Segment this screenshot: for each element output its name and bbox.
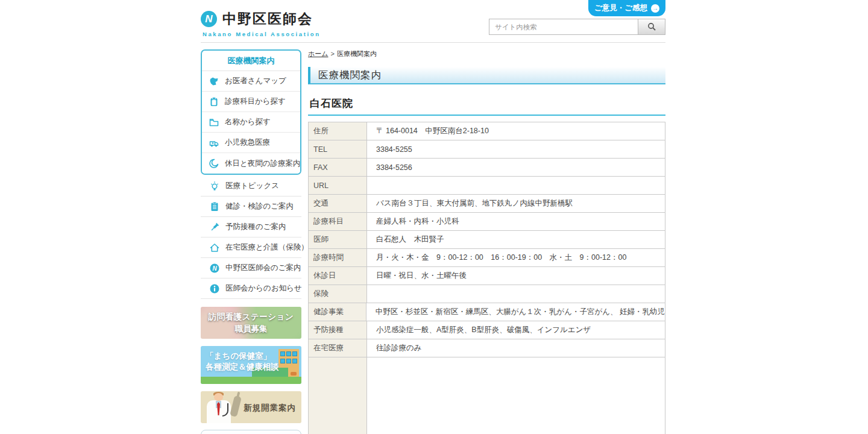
table-row-fax: FAX 3384-5256 bbox=[309, 159, 665, 177]
banner-text: 訪問看護ステーション bbox=[209, 312, 294, 322]
sidebar-item-label: 健診・検診のご案内 bbox=[225, 201, 294, 212]
table-row-address: 住所 〒 164-0014 中野区南台2-18-10 bbox=[309, 122, 665, 140]
breadcrumb: ホーム>医療機関案内 bbox=[308, 49, 665, 58]
map-icon bbox=[208, 76, 220, 87]
sidebar-item-association-guide[interactable]: N 中野区医師会のご案内 bbox=[201, 258, 301, 278]
clipboard-icon bbox=[208, 96, 220, 107]
feedback-button-label: ご意見・ご感想 bbox=[594, 3, 647, 13]
banner-text: 各種測定＆健康相談 bbox=[206, 362, 279, 373]
ambulance-icon bbox=[208, 137, 220, 148]
banner-new-opening-guide[interactable]: 新規開業案内 bbox=[201, 391, 301, 423]
search-input[interactable] bbox=[489, 19, 638, 34]
document-icon bbox=[209, 201, 221, 212]
n-circle-icon: N bbox=[209, 263, 221, 274]
sidebar-item-home-care[interactable]: 在宅医療と介護（保険） bbox=[201, 237, 301, 258]
content-wrapper: N 中野区医師会 Nakano Medical Association ご意見・… bbox=[201, 0, 665, 434]
sidebar-item-medical-topics[interactable]: 医療トピックス bbox=[201, 176, 301, 197]
arrow-circle-right-icon: → bbox=[651, 4, 659, 13]
site-logo[interactable]: N 中野区医師会 Nakano Medical Association bbox=[201, 10, 321, 37]
sidebar-item-label: 医師会からのお知らせ bbox=[225, 283, 302, 294]
table-row-closed-days: 休診日 日曜・祝日、水・土曜午後 bbox=[309, 267, 665, 285]
svg-text:N: N bbox=[212, 265, 217, 271]
sidebar-item-label: 中野区医師会のご案内 bbox=[225, 263, 301, 273]
page: N 中野区医師会 Nakano Medical Association ご意見・… bbox=[0, 0, 868, 434]
info-icon bbox=[209, 283, 221, 294]
clinic-name-underline bbox=[308, 115, 665, 116]
clinic-name: 白石医院 bbox=[308, 96, 665, 110]
table-row-empty bbox=[309, 357, 665, 434]
sidebar-item-pediatric-emergency[interactable]: 小児救急医療 bbox=[202, 133, 300, 153]
table-row-departments: 診療科目 産婦人科・内科・小児科 bbox=[309, 213, 665, 231]
main-content: ホーム>医療機関案内 医療機関案内 白石医院 住所 〒 164-0014 中野区… bbox=[308, 49, 665, 434]
sidebar-item-label: 名称から探す bbox=[225, 117, 271, 127]
lightbulb-icon bbox=[209, 181, 221, 192]
sidebar-item-label: 医療トピックス bbox=[225, 181, 279, 191]
n-circle-icon: N bbox=[201, 11, 217, 27]
sidebar-item-label: 在宅医療と介護（保険） bbox=[225, 242, 309, 253]
site-subtitle: Nakano Medical Association bbox=[203, 31, 321, 37]
sidebar-item-association-news[interactable]: 医師会からのお知らせ bbox=[201, 278, 301, 299]
sidebar-item-label: 予防接種のご案内 bbox=[225, 222, 286, 232]
sidebar-item-label: お医者さんマップ bbox=[225, 76, 286, 86]
sidebar-item-holiday-night-care[interactable]: 休日と夜間の診療案内 bbox=[202, 153, 300, 174]
banner-visiting-nurse-recruit[interactable]: 訪問看護ステーション 職員募集 bbox=[201, 307, 301, 339]
banner-text: 職員募集 bbox=[235, 324, 268, 335]
header-divider bbox=[201, 42, 665, 43]
sidebar-item-doctor-map[interactable]: お医者さんマップ bbox=[202, 71, 300, 92]
grass-illustration bbox=[201, 377, 301, 384]
table-row-url: URL bbox=[309, 177, 665, 195]
banner-text: 新規開業案内 bbox=[244, 403, 296, 414]
table-row-hours: 診療時間 月・火・木・金 9：00-12：00 16：00-19：00 水・土 … bbox=[309, 249, 665, 267]
table-row-checkup-programs: 健診事業 中野区・杉並区・新宿区・練馬区、大腸がん１次・乳がん・子宮がん、 妊婦… bbox=[309, 303, 665, 321]
breadcrumb-current: 医療機関案内 bbox=[337, 50, 377, 57]
site-search bbox=[489, 19, 665, 35]
banner-text: 「まちの保健室」 bbox=[206, 351, 279, 362]
feedback-button[interactable]: ご意見・ご感想 → bbox=[588, 0, 665, 16]
table-row-tel: TEL 3384-5255 bbox=[309, 140, 665, 159]
breadcrumb-home-link[interactable]: ホーム bbox=[308, 50, 329, 57]
sidebar: 医療機関案内 お医者さんマップ 診療科目から探す bbox=[201, 49, 301, 434]
plant-illustration bbox=[291, 372, 297, 376]
sidebar-menu-list: 医療トピックス 健診・検診のご案内 予防接種のご案内 bbox=[201, 176, 301, 299]
search-icon bbox=[647, 22, 656, 31]
syringe-icon bbox=[209, 222, 221, 233]
sidebar-item-search-by-name[interactable]: 名称から探す bbox=[202, 112, 300, 133]
banner-town-health-room[interactable]: 「まちの保健室」 各種測定＆健康相談 bbox=[201, 346, 301, 384]
table-row-doctors: 医師 白石恕人 木田賢子 bbox=[309, 231, 665, 249]
table-row-vaccinations: 予防接種 小児感染症一般、A型肝炎、B型肝炎、破傷風、インフルエンザ bbox=[309, 321, 665, 339]
folder-icon bbox=[208, 117, 220, 128]
clinic-info-table: 住所 〒 164-0014 中野区南台2-18-10 TEL 3384-5255… bbox=[308, 122, 665, 434]
sidebar-menu-title[interactable]: 医療機関案内 bbox=[202, 51, 300, 71]
house-icon bbox=[209, 242, 221, 253]
sidebar-partial-link-box[interactable] bbox=[201, 430, 301, 434]
moon-icon bbox=[208, 158, 220, 169]
sidebar-item-vaccination-guide[interactable]: 予防接種のご案内 bbox=[201, 217, 301, 237]
sidebar-item-label: 診療科目から探す bbox=[225, 96, 286, 107]
sidebar-item-label: 休日と夜間の診療案内 bbox=[225, 159, 301, 169]
page-title: 医療機関案内 bbox=[310, 69, 382, 82]
table-row-insurance: 保険 bbox=[309, 285, 665, 303]
sidebar-item-search-by-department[interactable]: 診療科目から探す bbox=[202, 92, 300, 112]
sidebar-menu-box: 医療機関案内 お医者さんマップ 診療科目から探す bbox=[201, 49, 301, 175]
page-title-bar: 医療機関案内 bbox=[308, 67, 665, 84]
search-button[interactable] bbox=[638, 19, 665, 34]
sidebar-item-label: 小児救急医療 bbox=[225, 137, 270, 148]
sidebar-item-checkup-guide[interactable]: 健診・検診のご案内 bbox=[201, 197, 301, 217]
breadcrumb-separator: > bbox=[331, 50, 335, 57]
site-title: 中野区医師会 bbox=[222, 10, 313, 28]
table-row-home-medical-care: 在宅医療 往診診療のみ bbox=[309, 339, 665, 357]
table-row-access: 交通 バス南台３丁目、東大付属前、地下鉄丸ノ内線中野新橋駅 bbox=[309, 195, 665, 213]
